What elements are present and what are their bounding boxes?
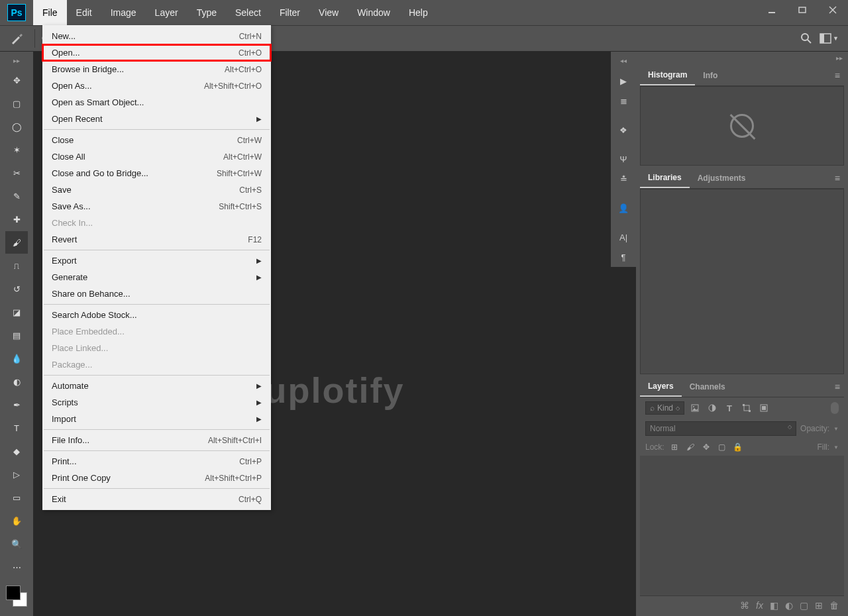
menu-item-import[interactable]: Import▶ xyxy=(42,411,271,427)
adjustment-layer-icon[interactable]: ◐ xyxy=(785,600,793,611)
lock-artboard-icon[interactable]: ▢ xyxy=(716,441,728,453)
link-layers-icon[interactable]: ⌘ xyxy=(740,600,749,611)
menu-filter[interactable]: Filter xyxy=(270,0,309,25)
menu-item-browse-in-bridge[interactable]: Browse in Bridge...Alt+Ctrl+O xyxy=(42,61,271,77)
marquee-tool[interactable]: ▢ xyxy=(5,92,28,115)
delete-layer-icon[interactable]: 🗑 xyxy=(829,600,839,611)
maximize-button[interactable] xyxy=(787,0,818,20)
chevron-down-icon[interactable]: ▼ xyxy=(833,444,839,450)
shape-tool[interactable]: ▭ xyxy=(5,486,28,509)
dodge-tool[interactable]: ◐ xyxy=(5,370,28,393)
direct-select-tool[interactable]: ▷ xyxy=(5,463,28,486)
tab-histogram[interactable]: Histogram xyxy=(640,66,695,85)
menu-type[interactable]: Type xyxy=(187,0,226,25)
lock-all-icon[interactable]: 🔒 xyxy=(732,441,744,453)
healing-tool[interactable]: ✚ xyxy=(5,208,28,231)
hand-tool[interactable]: ✋ xyxy=(5,509,28,532)
lock-position-icon[interactable]: ✥ xyxy=(700,441,712,453)
history-icon[interactable]: ≣ xyxy=(613,91,633,111)
menu-item-export[interactable]: Export▶ xyxy=(42,252,271,269)
menu-item-exit[interactable]: ExitCtrl+Q xyxy=(42,491,271,507)
group-icon[interactable]: ▢ xyxy=(800,600,808,611)
filter-adjustment-icon[interactable] xyxy=(706,401,719,415)
new-layer-icon[interactable]: ⊞ xyxy=(815,600,823,611)
clone-icon[interactable]: 👤 xyxy=(613,198,633,218)
tab-adjustments[interactable]: Adjustments xyxy=(690,169,754,187)
close-button[interactable] xyxy=(818,0,848,20)
panel-menu-icon[interactable]: ≡ xyxy=(835,70,840,81)
menu-item-scripts[interactable]: Scripts▶ xyxy=(42,394,271,411)
quick-select-tool[interactable]: ✶ xyxy=(5,138,28,161)
filter-type-icon[interactable]: T xyxy=(723,401,736,415)
eraser-tool[interactable]: ◪ xyxy=(5,301,28,323)
blend-mode-dropdown[interactable]: Normal◇ xyxy=(645,421,796,436)
filter-pixel-icon[interactable] xyxy=(688,401,702,415)
lasso-tool[interactable]: ◯ xyxy=(5,115,28,138)
stamp-tool[interactable]: ⎍ xyxy=(5,254,28,277)
menu-item-open[interactable]: Open...Ctrl+O xyxy=(42,44,271,61)
foreground-background-swatches[interactable] xyxy=(5,584,28,608)
path-select-tool[interactable]: ◆ xyxy=(5,440,28,462)
layer-mask-icon[interactable]: ◧ xyxy=(770,600,778,611)
menu-item-save[interactable]: SaveCtrl+S xyxy=(42,181,271,198)
lock-image-icon[interactable]: 🖌 xyxy=(684,441,696,453)
tab-layers[interactable]: Layers xyxy=(640,377,682,397)
menu-item-share-on-behance[interactable]: Share on Behance... xyxy=(42,285,271,302)
panel-menu-icon[interactable]: ≡ xyxy=(835,173,840,183)
layer-style-icon[interactable]: fx xyxy=(756,600,763,611)
blur-tool[interactable]: 💧 xyxy=(5,347,28,370)
tab-channels[interactable]: Channels xyxy=(682,378,733,396)
menu-view[interactable]: View xyxy=(309,0,348,25)
layer-filter-kind[interactable]: ⌕ Kind ◇ xyxy=(645,401,684,415)
menu-help[interactable]: Help xyxy=(399,0,437,25)
menu-item-print-one-copy[interactable]: Print One CopyAlt+Shift+Ctrl+P xyxy=(42,470,271,486)
adjust-icon[interactable]: ≛ xyxy=(613,169,633,189)
menu-item-close[interactable]: CloseCtrl+W xyxy=(42,132,271,148)
move-tool[interactable]: ✥ xyxy=(5,69,28,91)
menu-item-revert[interactable]: RevertF12 xyxy=(42,231,271,248)
menu-select[interactable]: Select xyxy=(226,0,270,25)
filter-toggle[interactable] xyxy=(831,402,839,414)
paragraph-icon[interactable]: ¶ xyxy=(613,247,633,267)
collapse-icon[interactable]: ◂◂ xyxy=(620,57,627,64)
3d-icon[interactable]: ❖ xyxy=(613,120,633,140)
eyedropper-tool[interactable]: ✎ xyxy=(5,185,28,207)
play-icon[interactable]: ▶ xyxy=(613,71,633,91)
history-brush-tool[interactable]: ↺ xyxy=(5,278,28,300)
menu-item-file-info[interactable]: File Info...Alt+Shift+Ctrl+I xyxy=(42,432,271,448)
minimize-button[interactable] xyxy=(757,0,787,20)
collapse-icon[interactable]: ▸▸ xyxy=(13,57,20,64)
zoom-tool[interactable]: 🔍 xyxy=(5,533,28,555)
view-mode-toggle[interactable]: ▼ xyxy=(820,33,839,44)
menu-item-automate[interactable]: Automate▶ xyxy=(42,378,271,394)
menu-item-print[interactable]: Print...Ctrl+P xyxy=(42,453,271,470)
brush-tool[interactable]: 🖌 xyxy=(5,231,28,254)
menu-image[interactable]: Image xyxy=(101,0,146,25)
collapse-icon[interactable]: ▸▸ xyxy=(831,52,848,64)
crop-tool[interactable]: ✂ xyxy=(5,162,28,184)
menu-item-save-as[interactable]: Save As...Shift+Ctrl+S xyxy=(42,198,271,215)
gradient-tool[interactable]: ▤ xyxy=(5,324,28,346)
menu-item-generate[interactable]: Generate▶ xyxy=(42,269,271,285)
menu-layer[interactable]: Layer xyxy=(146,0,187,25)
menu-file[interactable]: File xyxy=(33,0,67,25)
chevron-down-icon[interactable]: ▼ xyxy=(833,426,839,432)
menu-edit[interactable]: Edit xyxy=(67,0,101,25)
tab-libraries[interactable]: Libraries xyxy=(640,168,690,188)
lock-transparency-icon[interactable]: ⊞ xyxy=(668,441,680,453)
menu-item-new[interactable]: New...Ctrl+N xyxy=(42,28,271,44)
tab-info[interactable]: Info xyxy=(695,66,725,85)
brushes-icon[interactable]: Ψ xyxy=(613,149,633,169)
panel-menu-icon[interactable]: ≡ xyxy=(835,382,840,392)
filter-shape-icon[interactable] xyxy=(740,401,753,415)
menu-item-open-recent[interactable]: Open Recent▶ xyxy=(42,111,271,127)
menu-item-open-as[interactable]: Open As...Alt+Shift+Ctrl+O xyxy=(42,77,271,94)
menu-item-open-as-smart-object[interactable]: Open as Smart Object... xyxy=(42,94,271,111)
filter-smart-icon[interactable] xyxy=(757,401,770,415)
character-icon[interactable]: A| xyxy=(613,227,633,247)
menu-window[interactable]: Window xyxy=(348,0,399,25)
pen-tool[interactable]: ✒ xyxy=(5,393,28,416)
search-icon[interactable] xyxy=(800,32,812,44)
menu-item-close-and-go-to-bridge[interactable]: Close and Go to Bridge...Shift+Ctrl+W xyxy=(42,165,271,181)
type-tool[interactable]: T xyxy=(5,417,28,439)
